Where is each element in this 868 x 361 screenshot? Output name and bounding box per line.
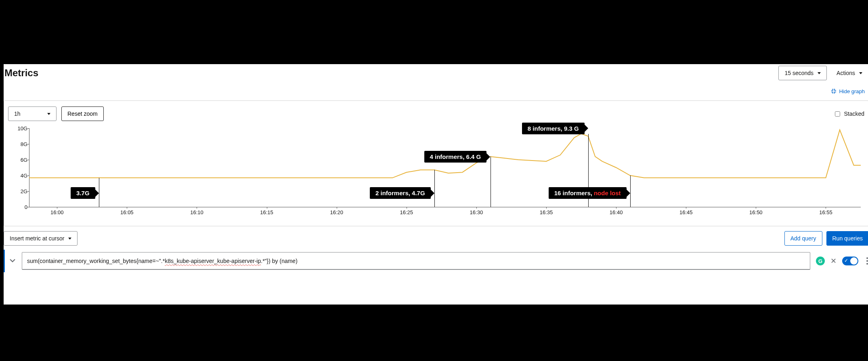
stacked-toggle[interactable]: Stacked [833, 110, 864, 118]
annotation-line [99, 178, 99, 207]
y-tick-label: 10G [14, 125, 27, 131]
x-tick-label: 16:05 [120, 209, 134, 215]
x-axis [29, 207, 861, 207]
chart-toolbar: 1h Reset zoom Stacked [8, 106, 864, 121]
time-range-dropdown[interactable]: 1h [8, 106, 57, 121]
annotation-line [491, 157, 491, 207]
annotation-callout: 16 informers, node lost [549, 187, 627, 199]
grammarly-icon[interactable]: G [816, 257, 825, 265]
stacked-label: Stacked [844, 111, 864, 117]
panel-header: Metrics 15 seconds Actions [4, 64, 868, 82]
x-tick-label: 16:45 [679, 209, 693, 215]
actions-label: Actions [837, 70, 855, 76]
y-tick-label: 2G [14, 188, 27, 194]
metrics-panel: Metrics 15 seconds Actions Hide graph 1h… [4, 64, 868, 305]
x-tick-label: 16:30 [470, 209, 483, 215]
insert-metric-label: Insert metric at cursor [10, 235, 64, 242]
chart-card: 1h Reset zoom Stacked 02G4G6G8G10G16:001… [4, 100, 868, 226]
stacked-checkbox[interactable] [835, 111, 840, 117]
query-expression-input[interactable]: sum(container_memory_working_set_bytes{n… [22, 252, 810, 270]
x-tick-label: 16:10 [190, 209, 203, 215]
annotation-callout: 4 informers, 6.4 G [424, 151, 487, 163]
refresh-interval-label: 15 seconds [784, 70, 813, 76]
chevron-down-icon[interactable] [9, 257, 16, 265]
query-bar: Insert metric at cursor Add query Run qu… [4, 231, 868, 250]
chart-plot-area[interactable]: 02G4G6G8G10G16:0016:0516:1016:1516:2016:… [29, 128, 861, 207]
caret-down-icon [68, 238, 71, 240]
hide-graph-label: Hide graph [839, 88, 865, 94]
y-tick-label: 0 [14, 204, 27, 210]
x-tick-label: 16:55 [819, 209, 832, 215]
x-tick-label: 16:15 [260, 209, 273, 215]
x-tick-label: 16:00 [50, 209, 64, 215]
caret-down-icon [859, 72, 862, 74]
query-row: sum(container_memory_working_set_bytes{n… [4, 250, 868, 272]
caret-down-icon [818, 72, 821, 74]
annotation-callout: 2 informers, 4.7G [370, 187, 431, 199]
x-tick-label: 16:40 [610, 209, 623, 215]
y-tick-label: 4G [14, 173, 27, 179]
chart-line [29, 128, 861, 207]
annotation-callout: 3.7G [71, 187, 95, 199]
query-actions-kebab[interactable] [864, 255, 868, 267]
x-tick-label: 16:35 [540, 209, 553, 215]
check-icon: ✓ [844, 258, 848, 263]
y-tick-label: 6G [14, 157, 27, 163]
run-queries-button[interactable]: Run queries [826, 231, 868, 246]
reset-zoom-button[interactable]: Reset zoom [61, 106, 104, 121]
time-range-label: 1h [14, 111, 21, 117]
add-query-button[interactable]: Add query [784, 231, 822, 246]
x-tick-label: 16:20 [330, 209, 343, 215]
compress-icon [831, 88, 837, 94]
graph-toggle-bar: Hide graph [4, 82, 868, 100]
x-tick-label: 16:25 [400, 209, 413, 215]
x-tick-label: 16:50 [749, 209, 763, 215]
refresh-interval-dropdown[interactable]: 15 seconds [778, 66, 827, 80]
hide-graph-link[interactable]: Hide graph [831, 88, 865, 94]
actions-dropdown[interactable]: Actions [831, 66, 868, 80]
query-enabled-toggle[interactable]: ✓ [842, 257, 858, 265]
clear-query-button[interactable]: ✕ [830, 257, 837, 265]
caret-down-icon [47, 113, 50, 115]
page-title: Metrics [4, 67, 774, 79]
insert-metric-dropdown[interactable]: Insert metric at cursor [4, 231, 78, 246]
y-tick-label: 8G [14, 141, 27, 147]
annotation-callout: 8 informers, 9.3 G [522, 123, 585, 134]
annotation-line [434, 170, 435, 207]
annotation-line [630, 175, 631, 207]
